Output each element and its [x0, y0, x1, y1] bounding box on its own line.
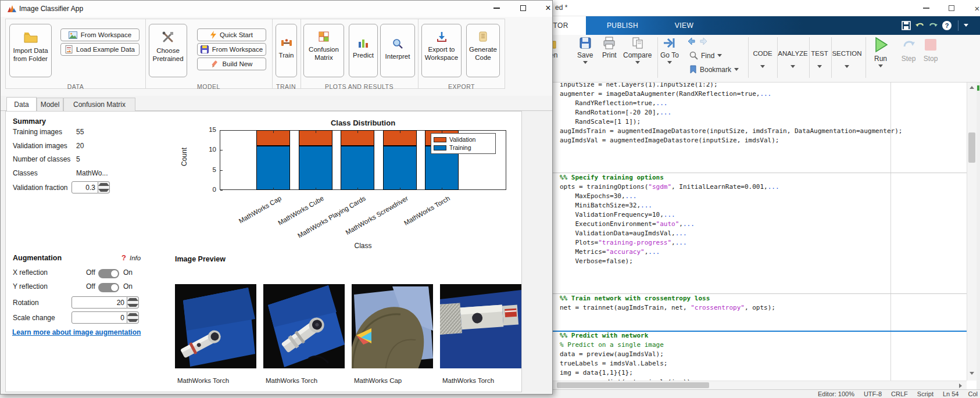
compare-button[interactable]: Compare [623, 36, 652, 64]
x-reflection-off-label: Off [86, 268, 95, 277]
generate-code-button[interactable]: Generate Code [466, 24, 500, 77]
step-button[interactable]: Step [900, 36, 917, 63]
scroll-up-icon[interactable] [970, 86, 974, 89]
load-example-data-button[interactable]: Load Example Data [60, 43, 140, 56]
forward-arrow-icon[interactable] [699, 37, 709, 45]
choose-pretrained-button[interactable]: Choose Pretrained [149, 24, 187, 77]
analyzer-ok-indicator [977, 85, 979, 91]
horizontal-scrollbar[interactable] [523, 381, 967, 389]
code-line: %% Specify training options [560, 173, 664, 182]
run-button[interactable]: Run [872, 36, 889, 67]
scroll-down-icon[interactable] [970, 372, 974, 375]
train-button[interactable]: Train [276, 24, 297, 77]
test-gallery[interactable]: TEST [808, 50, 831, 68]
spin-up-icon[interactable] [127, 297, 138, 303]
preview-caption: MathWorks Torch [266, 377, 317, 384]
step-icon [900, 36, 917, 53]
goto-button[interactable]: Go To [660, 36, 679, 64]
stop-button[interactable]: Stop [922, 36, 939, 63]
rotation-value[interactable]: 20 [71, 296, 127, 309]
bolt-icon [210, 31, 216, 39]
interpret-button[interactable]: Interpret [380, 24, 415, 77]
app-titlebar[interactable]: Image Classifier App × [1, 1, 552, 17]
vertical-scrollbar[interactable] [967, 83, 977, 381]
code-line: net = trainnet(augImdsTrain, net, "cross… [560, 303, 775, 313]
print-icon [602, 36, 616, 50]
toolbar-separator [865, 37, 866, 78]
y-tick-label: 10 [202, 146, 216, 153]
legend-item: Training [434, 144, 493, 152]
x-reflection-toggle[interactable] [98, 269, 119, 278]
y-tick [220, 170, 223, 171]
find-button[interactable]: Find [689, 51, 722, 60]
quick-start-button[interactable]: Quick Start [197, 28, 266, 41]
section-gallery[interactable]: SECTION [830, 50, 864, 68]
augmentation-learn-more-link[interactable]: Learn more about image augmentation [12, 328, 141, 336]
import-data-button[interactable]: Import Data from Folder [9, 24, 52, 77]
code-gallery[interactable]: CODE [748, 50, 777, 68]
save-button[interactable]: Save [577, 36, 593, 64]
editor-maximize-button[interactable] [943, 2, 960, 14]
bookmark-button[interactable]: Bookmark [689, 65, 739, 74]
print-button[interactable]: Print [602, 36, 617, 59]
scale-change-spinner[interactable]: 0 [71, 311, 139, 324]
back-arrow-icon[interactable] [686, 37, 696, 45]
spin-up-icon[interactable] [127, 312, 138, 318]
validation-fraction-value[interactable]: 0.3 [71, 181, 98, 193]
preview-caption: MathWorks Torch [177, 377, 229, 384]
y-reflection-toggle[interactable] [98, 283, 119, 292]
horizontal-scrollbar-thumb[interactable] [557, 382, 709, 388]
vertical-scrollbar-thumb[interactable] [968, 132, 975, 163]
redo-icon[interactable] [928, 20, 938, 31]
spin-down-icon[interactable] [127, 303, 138, 309]
x-tick-top [400, 131, 400, 133]
editor-close-button[interactable]: × [968, 2, 980, 14]
from-workspace-model-button[interactable]: From Workspace [197, 43, 266, 56]
predict-button[interactable]: Predict [349, 24, 378, 77]
tab-model[interactable]: Model [37, 98, 63, 111]
code-editor[interactable]: inputSize = net.Layers(1).InputSize(1:2)… [523, 83, 967, 381]
image-classifier-app-window: Image Classifier App × Import Data from … [0, 0, 553, 395]
compare-icon [631, 36, 645, 50]
image-icon [69, 31, 77, 39]
tab-confusion-matrix[interactable]: Confusion Matrix [63, 98, 135, 111]
preview-image-cap [352, 284, 433, 368]
app-maximize-button[interactable] [514, 2, 532, 14]
scale-change-value[interactable]: 0 [71, 311, 127, 324]
x-tick-top [357, 131, 358, 133]
undo-icon[interactable] [915, 20, 925, 31]
augmentation-info-label[interactable]: Info [130, 254, 141, 261]
build-new-button[interactable]: Build New [197, 58, 266, 70]
preview-caption: MathWorks Torch [442, 377, 494, 384]
legend-item: Validation [434, 135, 493, 144]
save-file-icon [578, 36, 592, 50]
x-tick [357, 188, 358, 190]
app-close-button[interactable]: × [539, 2, 557, 14]
preview-image-torch-2 [263, 284, 345, 368]
tab-publish[interactable]: PUBLISH [596, 16, 649, 35]
save-icon[interactable] [901, 20, 911, 31]
document-icon [65, 45, 73, 53]
rotation-spinner[interactable]: 20 [71, 296, 139, 309]
export-to-workspace-button[interactable]: Export to Workspace [421, 24, 462, 77]
tab-view[interactable]: VIEW [659, 16, 709, 35]
legend-swatch-icon [434, 145, 446, 150]
y-reflection-off-label: Off [86, 282, 95, 291]
code-line: ValidationFrequency=10,... [560, 210, 675, 220]
code-analyzer-strip [977, 83, 980, 389]
scroll-right-icon[interactable] [959, 383, 962, 388]
confusion-matrix-button[interactable]: Confusion Matrix [303, 24, 344, 77]
spin-down-icon[interactable] [127, 318, 138, 324]
app-minimize-button[interactable] [488, 2, 505, 14]
validation-fraction-spinner[interactable]: 0.3 [71, 181, 110, 193]
code-line: % Predict on a single image [560, 340, 664, 350]
augmentation-help-icon[interactable]: ? [121, 253, 126, 262]
help-icon[interactable]: ? [942, 20, 952, 31]
editor-minimize-button[interactable] [917, 2, 935, 14]
from-workspace-data-button[interactable]: From Workspace [60, 28, 140, 41]
analyze-gallery[interactable]: ANALYZE [777, 50, 809, 68]
spin-down-icon[interactable] [98, 188, 109, 193]
qat-menu-caret[interactable] [964, 24, 968, 27]
tab-data[interactable]: Data [6, 97, 37, 111]
spin-up-icon[interactable] [98, 182, 109, 188]
